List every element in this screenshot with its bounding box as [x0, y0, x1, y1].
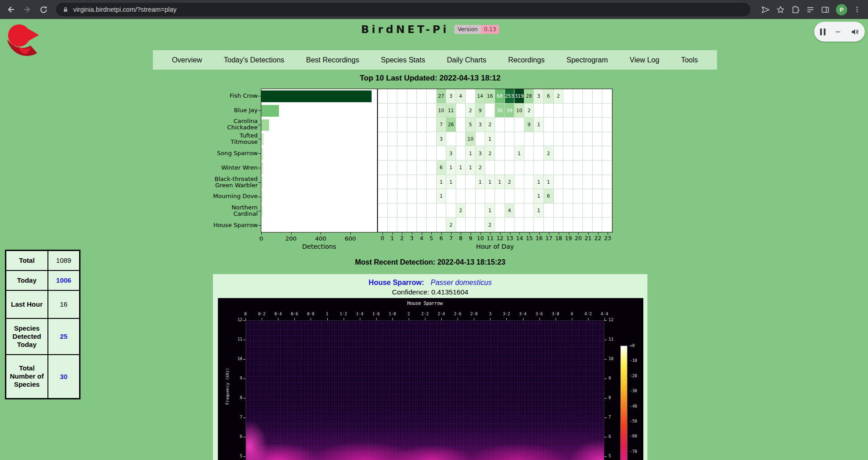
side-panel-icon[interactable] — [821, 5, 830, 14]
hour-tickmark — [539, 232, 540, 235]
heat-cell-house-sparrow-h21 — [583, 218, 593, 232]
stat-value[interactable]: 30 — [48, 355, 80, 399]
heat-cell-house-sparrow-h5 — [427, 218, 437, 232]
heat-cell-fish-crow-h17: 6 — [544, 89, 554, 104]
heat-cell-fish-crow-h5 — [427, 89, 437, 104]
stats-table: Total1089Today1006Last Hour16Species Det… — [5, 250, 80, 399]
heat-cell-house-sparrow-h12 — [495, 218, 505, 232]
heat-cell-tufted-titmouse-h18 — [554, 132, 564, 147]
heat-cell-black-throated-green-warbler-h12: 1 — [495, 175, 505, 190]
heat-cell-house-sparrow-h3 — [407, 218, 417, 232]
heat-cell-blue-jay-h19 — [563, 104, 573, 118]
hour-tick-label: 3 — [407, 235, 417, 242]
yaxis-label-song-sparrow: Song Sparrow — [212, 146, 258, 161]
heat-cell-winter-wren-h4 — [417, 161, 427, 175]
heat-cell-winter-wren-h16 — [534, 161, 544, 175]
heat-cell-fish-crow-h15: 28 — [524, 89, 534, 104]
bar-xtick-label: 400 — [311, 235, 330, 242]
heat-cell-song-sparrow-h8 — [456, 146, 466, 161]
bar-plot — [261, 89, 377, 232]
heat-cell-blue-jay-h20 — [573, 104, 583, 118]
heat-cell-northern-cardinal-h2 — [397, 204, 407, 218]
heat-cell-mourning-dove-h6: 1 — [437, 189, 447, 204]
bar-winter-wren — [261, 162, 263, 174]
heat-cell-song-sparrow-h21 — [583, 146, 593, 161]
back-button[interactable] — [4, 2, 18, 17]
url-text[interactable]: virginia.birdnetpi.com/?stream=play — [73, 6, 176, 13]
heat-cell-winter-wren-h19 — [563, 161, 573, 175]
heat-cell-song-sparrow-h6 — [437, 146, 447, 161]
bar-mourning-dove — [261, 191, 263, 203]
heat-cell-winter-wren-h6: 6 — [437, 161, 447, 175]
hour-tick-label: 17 — [544, 235, 554, 242]
stat-value[interactable]: 25 — [48, 318, 80, 355]
heat-cell-fish-crow-h13: 253 — [505, 89, 515, 104]
yaxis-label-black-throated-green-warbler: Black-throated Green Warbler — [212, 175, 258, 190]
heat-cell-song-sparrow-h3 — [407, 146, 417, 161]
y-tickmark — [258, 96, 261, 96]
hour-tickmark — [529, 232, 530, 235]
heat-cell-house-sparrow-h15 — [524, 218, 534, 232]
bar-black-throated-green-warbler — [261, 177, 263, 189]
heat-cell-house-sparrow-h23 — [602, 218, 612, 232]
heat-cell-fish-crow-h8: 4 — [456, 89, 466, 104]
heat-cell-carolina-chickadee-h23 — [602, 118, 612, 132]
heat-cell-mourning-dove-h16: 1 — [534, 189, 544, 204]
heat-cell-black-throated-green-warbler-h3 — [407, 175, 417, 190]
y-tickmark — [258, 211, 261, 211]
yaxis-label-mourning-dove: Mourning Dove — [212, 190, 258, 204]
hour-tickmark — [481, 232, 481, 235]
heat-cell-fish-crow-h10: 14 — [476, 89, 486, 104]
heat-cell-black-throated-green-warbler-h0 — [378, 175, 388, 190]
heat-cell-winter-wren-h22 — [593, 161, 603, 175]
heat-cell-carolina-chickadee-h2 — [397, 118, 407, 132]
heat-cell-mourning-dove-h2 — [397, 189, 407, 204]
hour-tick-label: 7 — [446, 235, 456, 242]
heat-cell-song-sparrow-h20 — [573, 146, 583, 161]
heat-cell-northern-cardinal-h16: 1 — [534, 204, 544, 218]
menu-kebab-icon[interactable] — [854, 5, 861, 14]
x-tickmark — [350, 232, 351, 235]
heat-cell-carolina-chickadee-h5 — [427, 118, 437, 132]
extensions-icon[interactable] — [791, 5, 800, 14]
heat-cell-northern-cardinal-h18 — [554, 204, 564, 218]
hour-tick-label: 8 — [456, 235, 466, 242]
hour-tickmark — [608, 232, 608, 235]
yaxis-label-fish-crow: Fish Crow — [212, 89, 258, 103]
heat-cell-song-sparrow-h4 — [417, 146, 427, 161]
heat-cell-carolina-chickadee-h13 — [505, 118, 515, 132]
address-bar[interactable]: virginia.birdnetpi.com/?stream=play — [56, 3, 750, 16]
heat-cell-northern-cardinal-h10 — [476, 204, 486, 218]
send-icon[interactable] — [761, 5, 770, 14]
yaxis-label-carolina-chickadee: Carolina Chickadee — [212, 118, 258, 132]
heat-cell-winter-wren-h3 — [407, 161, 417, 175]
heat-cell-blue-jay-h7: 11 — [446, 104, 456, 118]
hour-tick-label: 20 — [573, 235, 583, 242]
bookmark-star-icon[interactable] — [776, 5, 785, 14]
heat-cell-mourning-dove-h14 — [514, 189, 524, 204]
heat-cell-black-throated-green-warbler-h2 — [397, 175, 407, 190]
heat-cell-fish-crow-h4 — [417, 89, 427, 104]
stat-label: Total Number of Species — [6, 355, 48, 399]
heat-cell-blue-jay-h6: 10 — [437, 104, 447, 118]
heat-cell-northern-cardinal-h9 — [466, 204, 476, 218]
hour-tick-label: 12 — [495, 235, 505, 242]
y-tickmark — [258, 197, 261, 197]
heat-cell-carolina-chickadee-h8 — [456, 118, 466, 132]
heat-cell-house-sparrow-h6 — [437, 218, 447, 232]
heat-cell-black-throated-green-warbler-h18 — [554, 175, 564, 190]
heat-cell-fish-crow-h20 — [573, 89, 583, 104]
heat-cell-carolina-chickadee-h12 — [495, 118, 505, 132]
x-tickmark — [291, 232, 292, 235]
heat-cell-house-sparrow-h1 — [388, 218, 398, 232]
stat-value[interactable]: 1006 — [48, 270, 80, 290]
heat-cell-song-sparrow-h23 — [602, 146, 612, 161]
forward-button[interactable] — [20, 2, 34, 17]
profile-avatar[interactable]: P — [836, 4, 847, 15]
heat-cell-house-sparrow-h13 — [505, 218, 515, 232]
heat-cell-black-throated-green-warbler-h4 — [417, 175, 427, 190]
reload-button[interactable] — [36, 2, 51, 17]
hour-tick-label: 14 — [514, 235, 524, 242]
heat-cell-winter-wren-h1 — [388, 161, 398, 175]
reading-list-icon[interactable] — [806, 5, 815, 14]
